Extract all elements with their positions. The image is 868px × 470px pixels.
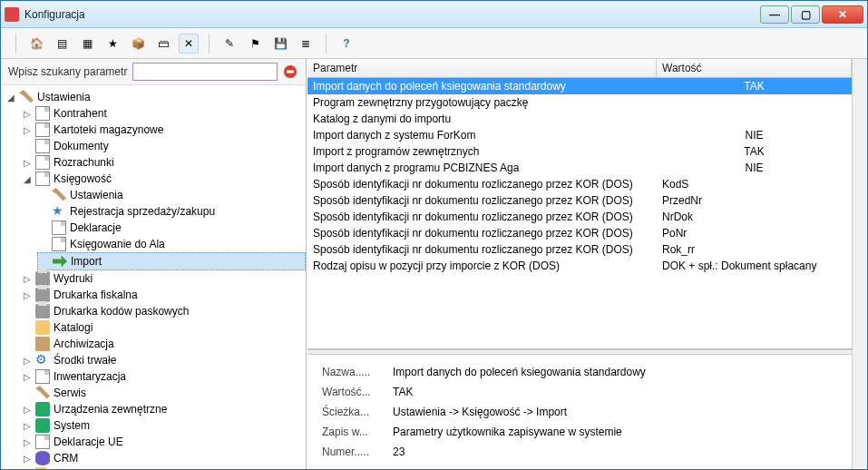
tree-node[interactable]: Drukarka kodów paskowych	[21, 303, 306, 319]
tree-node[interactable]: ▷ Cechy	[21, 466, 306, 469]
table-row[interactable]: Sposób identyfikacji nr dokumentu rozlic…	[307, 225, 852, 241]
tree-node[interactable]: Serwis	[21, 385, 306, 401]
tree-node[interactable]: Ustawienia	[37, 187, 306, 203]
tree-node-label: CRM	[54, 452, 78, 465]
cell-value: NrDok	[662, 211, 846, 223]
table-row[interactable]: Import z programów zewnętrznych TAK	[307, 143, 852, 160]
monitor-icon	[35, 418, 50, 433]
table-row[interactable]: Rodzaj opisu w pozycji przy imporcie z K…	[307, 258, 852, 274]
table-row[interactable]: Katalog z danymi do importu	[307, 111, 852, 127]
table-row[interactable]: Import danych do poleceń ksiegowania sta…	[307, 78, 852, 94]
maximize-button[interactable]: ▢	[791, 5, 820, 24]
detail-value: 23	[393, 446, 837, 458]
expand-toggle-icon[interactable]: ▷	[23, 274, 32, 283]
table-row[interactable]: Sposób identyfikacji nr dokumentu rozlic…	[307, 192, 852, 209]
toolbar-separator	[209, 34, 210, 54]
table-row[interactable]: Sposób identyfikacji nr dokumentu rozlic…	[307, 241, 852, 258]
tree-node[interactable]: ◢ Ustawienia	[5, 89, 306, 105]
tree-node[interactable]: ▷ CRM	[21, 450, 306, 466]
col-wartosc[interactable]: Wartość	[657, 59, 852, 77]
toolbar-separator	[15, 34, 16, 54]
cell-value: TAK	[662, 145, 846, 158]
tree-node[interactable]: Rejestracja sprzedaży/zakupu	[37, 203, 306, 220]
tree-node-label: Drukarka kodów paskowych	[54, 305, 189, 318]
flag-icon[interactable]: ⚑	[245, 34, 265, 54]
help-icon[interactable]: ?	[336, 34, 356, 54]
tree-node[interactable]: ◢ Księgowość	[21, 171, 306, 187]
printer-icon	[35, 304, 50, 318]
tree-node[interactable]: Import	[37, 252, 306, 270]
vertical-scrollbar[interactable]	[852, 59, 867, 469]
cell-param: Katalog z danymi do importu	[313, 113, 662, 125]
cell-param: Sposób identyfikacji nr dokumentu rozlic…	[313, 194, 662, 207]
table-row[interactable]: Import danych z systemu ForKom NIE	[307, 127, 852, 143]
box-icon[interactable]: 📦	[128, 34, 148, 54]
tree-node[interactable]: ▷ Kartoteki magazynowe	[21, 122, 306, 138]
expand-toggle-icon[interactable]: ▷	[23, 356, 32, 365]
tree-node-label: Środki trwałe	[54, 354, 116, 367]
expand-toggle-icon[interactable]: ▷	[23, 290, 32, 299]
tree-node[interactable]: ▷ Kontrahent	[21, 105, 306, 122]
col-parametr[interactable]: Parametr	[307, 59, 657, 77]
parameter-table[interactable]: Parametr Wartość Import danych do polece…	[307, 59, 852, 349]
expand-toggle-icon[interactable]: ▷	[23, 158, 32, 167]
clear-search-icon[interactable]	[283, 64, 297, 79]
tree-node[interactable]: ▷ Drukarka fiskalna	[21, 287, 306, 303]
tools-icon[interactable]: ✕	[179, 34, 199, 54]
folder-icon	[35, 320, 50, 335]
cell-param: Import danych z programu PCBIZNES Aga	[313, 162, 662, 174]
expand-toggle-icon[interactable]: ◢	[6, 93, 15, 102]
expand-toggle-icon[interactable]: ▷	[23, 125, 32, 134]
tree-pane[interactable]: Wpisz szukany parametr ◢ Ustawienia ▷ Ko…	[1, 59, 307, 469]
tree-node[interactable]: ▷ Środki trwałe	[21, 352, 306, 368]
table-row[interactable]: Sposób identyfikacji nr dokumentu rozlic…	[307, 209, 852, 225]
close-button[interactable]: ✕	[822, 5, 863, 24]
rows-icon[interactable]: ≣	[296, 34, 316, 54]
cell-value: KodS	[662, 178, 846, 191]
tree-node[interactable]: ▷ System	[21, 417, 306, 434]
tree-node[interactable]: ▷ Urządzenia zewnętrzne	[21, 401, 306, 417]
expand-toggle-icon[interactable]: ▷	[23, 454, 32, 463]
star-icon	[52, 204, 66, 219]
content-area: Wpisz szukany parametr ◢ Ustawienia ▷ Ko…	[1, 59, 867, 469]
toolbar-separator	[326, 34, 327, 54]
list1-icon[interactable]: ▤	[52, 34, 72, 54]
doc-icon	[35, 122, 50, 137]
minimize-button[interactable]: —	[760, 5, 789, 24]
table-row[interactable]: Sposób identyfikacji nr dokumentu rozlic…	[307, 176, 852, 192]
expand-toggle-icon[interactable]: ▷	[23, 437, 32, 446]
doc-icon	[52, 237, 66, 251]
expand-toggle-icon[interactable]: ◢	[23, 174, 32, 183]
home-icon[interactable]: 🏠	[26, 34, 46, 54]
search-input[interactable]	[132, 63, 278, 81]
tree-node[interactable]: Deklaracje	[37, 220, 306, 236]
tree-node[interactable]: ▷ Inwentaryzacja	[21, 368, 306, 385]
detail-value: TAK	[393, 386, 837, 398]
tree-node[interactable]: Księgowanie do Ala	[37, 236, 306, 252]
table-row[interactable]: Program zewnętrzny przygotowujący paczkę	[307, 94, 852, 111]
doc-icon	[35, 435, 50, 449]
tree-node[interactable]: Dokumenty	[21, 138, 306, 154]
expand-toggle-icon[interactable]: ▷	[23, 372, 32, 381]
cell-param: Program zewnętrzny przygotowujący paczkę	[313, 96, 662, 109]
box2-icon[interactable]: 🗃	[153, 34, 173, 54]
expand-toggle-icon[interactable]: ▷	[23, 109, 32, 118]
favorite-icon[interactable]: ★	[102, 34, 122, 54]
tree-node[interactable]: ▷ Rozrachunki	[21, 154, 306, 171]
list2-icon[interactable]: ▦	[77, 34, 97, 54]
table-row[interactable]: Import danych z programu PCBIZNES Aga NI…	[307, 160, 852, 176]
tree-node[interactable]: Katalogi	[21, 319, 306, 336]
edit-icon[interactable]: ✎	[219, 34, 239, 54]
tree-node[interactable]: ▷ Wydruki	[21, 270, 306, 287]
tree-node[interactable]: Archiwizacja	[21, 336, 306, 352]
settings-tree[interactable]: ◢ Ustawienia ▷ Kontrahent ▷ Kartoteki ma…	[1, 85, 306, 469]
tree-node-label: Deklaracje	[70, 221, 122, 234]
cell-value: PrzedNr	[662, 194, 846, 207]
cell-param: Import danych do poleceń ksiegowania sta…	[313, 80, 662, 93]
expand-toggle-icon[interactable]: ▷	[23, 405, 32, 414]
tree-node[interactable]: ▷ Deklaracje UE	[21, 434, 306, 450]
cell-value: NIE	[662, 162, 846, 174]
expand-toggle-icon[interactable]: ▷	[23, 421, 32, 430]
save-icon[interactable]: 💾	[270, 34, 290, 54]
tree-node-label: Ustawienia	[70, 189, 123, 201]
